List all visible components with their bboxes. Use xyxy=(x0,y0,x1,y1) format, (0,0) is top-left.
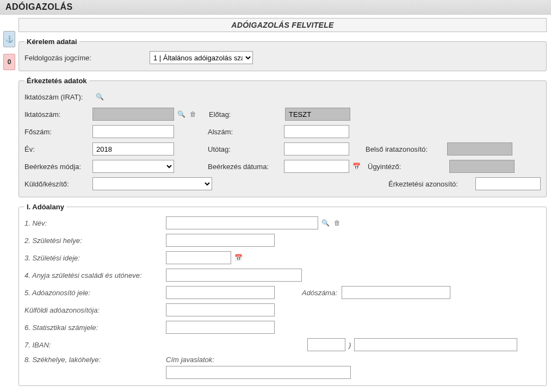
legend-adoalany: I. Adóalany xyxy=(24,203,66,211)
input-belso xyxy=(447,142,512,155)
input-alszam[interactable] xyxy=(284,125,349,138)
input-ev[interactable] xyxy=(92,142,174,155)
label-erk-azonosito: Érkeztetési azonosító: xyxy=(388,180,475,188)
input-ugyintezo xyxy=(449,160,515,173)
select-feldolgozas[interactable]: 1 | Általános adóigazolás szá xyxy=(150,51,253,64)
label-elotag: Előtag: xyxy=(209,110,285,119)
input-szuletesi-hely[interactable] xyxy=(166,234,275,247)
label-beerkezes-modja: Beérkezés módja: xyxy=(24,163,92,171)
input-cim-javaslatok[interactable] xyxy=(166,366,351,379)
label-alszam: Alszám: xyxy=(208,128,284,136)
fieldset-erkeztetes: Érkeztetés adatok Iktatószám (IRAT): Ikt… xyxy=(18,77,547,197)
trash-icon[interactable] xyxy=(188,109,198,119)
input-szuletesi-ideje[interactable] xyxy=(166,251,231,264)
search-icon[interactable] xyxy=(320,218,330,228)
label-nev: 1. Név: xyxy=(24,219,166,227)
input-erk-azonosito[interactable] xyxy=(475,177,541,190)
label-szuletesi-hely: 2. Születési helye: xyxy=(24,237,166,245)
page-title: ADÓIGAZOLÁS xyxy=(5,2,73,11)
label-szekhely: 8. Székhelye, lakóhelye: xyxy=(24,356,166,364)
page-subtitle-box: ADÓIGAZOLÁS FELVITELE xyxy=(18,18,547,32)
side-markers: ⚓ 0 xyxy=(3,31,16,77)
input-nev[interactable] xyxy=(166,216,318,229)
search-icon[interactable] xyxy=(176,109,186,119)
label-iktatoszam: Iktatószám: xyxy=(24,110,92,119)
label-statisztikai: 6. Statisztikai számjele: xyxy=(24,323,166,332)
label-foszam: Főszám: xyxy=(24,128,92,136)
select-beerkezes-modja[interactable] xyxy=(92,160,174,173)
label-iktatoszam-irat: Iktatószám (IRAT): xyxy=(24,93,92,101)
iban-paren: ) xyxy=(349,341,351,349)
legend-kerelem: Kérelem adatai xyxy=(24,38,79,46)
label-ev: Év: xyxy=(24,145,92,153)
input-foszam[interactable] xyxy=(92,125,174,138)
trash-icon[interactable] xyxy=(332,218,342,228)
label-szuletesi-ideje: 3. Születési ideje: xyxy=(24,254,166,262)
label-belso: Belső iratazonosító: xyxy=(366,145,447,153)
label-anyja: 4. Anyja születési családi és utóneve: xyxy=(24,271,166,279)
input-beerkezes-datuma[interactable] xyxy=(284,160,349,173)
label-feldolgozas: Feldolgozás jogcíme: xyxy=(24,54,150,62)
anchor-icon: ⚓ xyxy=(5,35,14,43)
label-cim-javaslatok: Cím javaslatok: xyxy=(166,356,351,364)
error-count-value: 0 xyxy=(8,58,11,66)
input-iban-long[interactable] xyxy=(354,338,517,351)
input-elotag xyxy=(285,108,350,121)
page-header: ADÓIGAZOLÁS xyxy=(0,0,551,15)
anchor-marker[interactable]: ⚓ xyxy=(3,31,15,47)
input-kulfoldi[interactable] xyxy=(166,303,275,316)
label-kulfoldi: Külföldi adóazonosítója: xyxy=(24,306,166,314)
input-adoazonosito[interactable] xyxy=(166,286,275,299)
label-adoazonosito: 5. Adóazonosító jele: xyxy=(24,289,166,297)
input-iktatoszam[interactable] xyxy=(92,108,174,121)
label-beerkezes-datuma: Beérkezés dátuma: xyxy=(208,163,284,171)
fieldset-kerelem: Kérelem adatai Feldolgozás jogcíme: 1 | … xyxy=(18,38,547,71)
input-iban-short[interactable] xyxy=(307,338,345,351)
label-iban: 7. IBAN: xyxy=(24,341,166,349)
fieldset-adoalany: I. Adóalany 1. Név: 2. Születési helye: … xyxy=(18,203,547,386)
label-adoszama: Adószáma: xyxy=(302,289,337,297)
legend-erkeztetes: Érkeztetés adatok xyxy=(24,77,89,85)
search-icon[interactable] xyxy=(95,92,104,102)
calendar-icon[interactable] xyxy=(233,253,243,263)
label-utotag: Utótag: xyxy=(208,145,284,153)
input-statisztikai[interactable] xyxy=(166,321,275,334)
input-adoszama[interactable] xyxy=(342,286,450,299)
error-count-marker[interactable]: 0 xyxy=(3,54,15,70)
input-anyja[interactable] xyxy=(166,269,302,282)
input-utotag[interactable] xyxy=(284,142,349,155)
page-subtitle: ADÓIGAZOLÁS FELVITELE xyxy=(231,21,333,29)
calendar-icon[interactable] xyxy=(351,161,361,171)
label-kuldo: Küldő/készítő: xyxy=(24,180,92,188)
select-kuldo[interactable] xyxy=(92,177,212,190)
label-ugyintezo: Ügyintéző: xyxy=(368,163,449,171)
